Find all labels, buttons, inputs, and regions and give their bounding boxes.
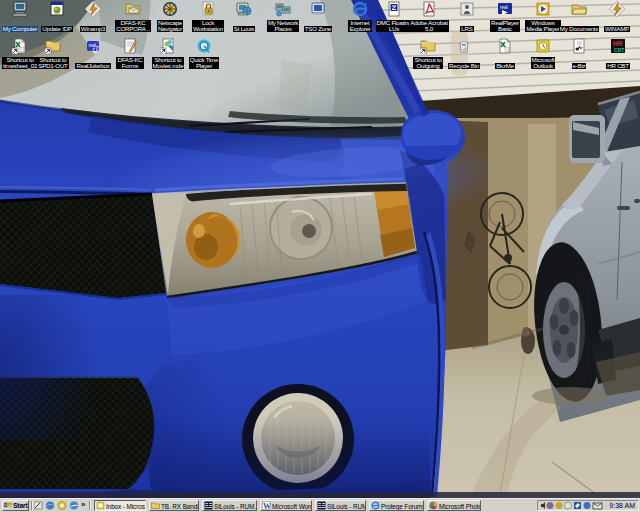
svg-text:W: W	[263, 502, 271, 511]
svg-text:HR: HR	[613, 40, 623, 47]
svg-text:real: real	[500, 5, 508, 10]
svg-text:real: real	[89, 43, 97, 48]
svg-text:CBT: CBT	[614, 47, 624, 53]
